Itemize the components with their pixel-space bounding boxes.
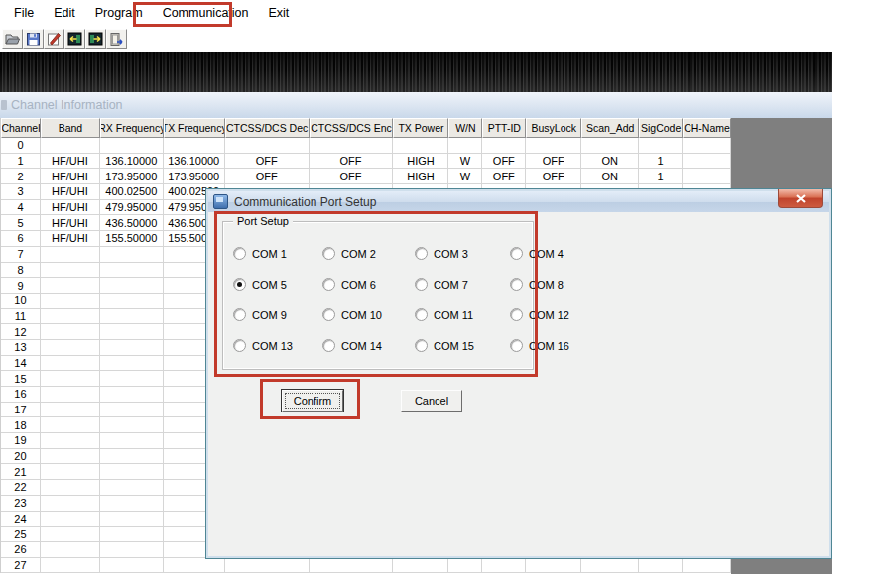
table-cell[interactable]: [41, 542, 100, 558]
table-cell[interactable]: [100, 278, 164, 294]
table-cell[interactable]: 16: [1, 387, 41, 403]
table-cell[interactable]: 155.50000: [100, 231, 164, 247]
table-cell[interactable]: [639, 138, 683, 154]
table-cell[interactable]: [100, 263, 164, 279]
table-cell[interactable]: ON: [581, 154, 639, 170]
table-cell[interactable]: [100, 309, 164, 325]
cancel-button[interactable]: Cancel: [401, 390, 462, 412]
table-cell[interactable]: 1: [639, 169, 683, 184]
table-cell[interactable]: 24: [1, 512, 41, 528]
table-cell[interactable]: 5: [1, 215, 41, 231]
table-cell[interactable]: [393, 558, 448, 574]
table-cell[interactable]: 26: [1, 542, 41, 558]
table-cell[interactable]: 7: [1, 247, 41, 263]
table-cell[interactable]: [41, 496, 100, 512]
table-cell[interactable]: [100, 138, 164, 154]
table-cell[interactable]: [100, 512, 164, 528]
table-cell[interactable]: [41, 417, 100, 433]
table-cell[interactable]: 0: [1, 138, 41, 154]
table-cell[interactable]: 27: [1, 558, 41, 574]
table-cell[interactable]: 11: [1, 309, 41, 325]
table-cell[interactable]: 400.02500: [100, 184, 164, 200]
table-cell[interactable]: 436.50000: [100, 215, 164, 231]
table-cell[interactable]: [100, 356, 164, 372]
table-cell[interactable]: [100, 371, 164, 387]
table-cell[interactable]: [581, 138, 639, 154]
table-cell[interactable]: [581, 558, 639, 574]
table-cell[interactable]: 8: [1, 263, 41, 279]
table-cell[interactable]: [100, 449, 164, 465]
table-cell[interactable]: [41, 278, 100, 294]
table-cell[interactable]: 479.95000: [100, 200, 164, 216]
menu-item-edit[interactable]: Edit: [44, 3, 85, 23]
table-cell[interactable]: OFF: [482, 154, 526, 170]
menu-item-exit[interactable]: Exit: [258, 3, 299, 23]
table-cell[interactable]: [100, 480, 164, 496]
table-cell[interactable]: 20: [1, 449, 41, 465]
table-cell[interactable]: 18: [1, 417, 41, 433]
edit-program-button[interactable]: [44, 29, 64, 49]
table-cell[interactable]: [100, 403, 164, 418]
table-cell[interactable]: OFF: [225, 169, 310, 184]
table-cell[interactable]: [41, 480, 100, 496]
table-cell[interactable]: 12: [1, 324, 41, 340]
table-cell[interactable]: [41, 371, 100, 387]
table-cell[interactable]: 4: [1, 200, 41, 216]
write-to-radio-button[interactable]: [85, 29, 106, 49]
table-cell[interactable]: [683, 138, 731, 154]
table-cell[interactable]: [683, 154, 731, 170]
read-from-radio-button[interactable]: [64, 29, 85, 49]
table-cell[interactable]: [100, 542, 164, 558]
table-cell[interactable]: [41, 512, 100, 528]
table-cell[interactable]: HF/UHI: [41, 200, 100, 216]
table-cell[interactable]: OFF: [225, 154, 310, 170]
table-cell[interactable]: [482, 138, 526, 154]
table-cell[interactable]: [100, 247, 164, 263]
save-button[interactable]: [23, 29, 44, 49]
open-button[interactable]: [2, 29, 23, 49]
table-cell[interactable]: W: [448, 169, 482, 184]
table-cell[interactable]: 173.95000: [100, 169, 164, 184]
table-cell[interactable]: 25: [1, 527, 41, 542]
table-cell[interactable]: [482, 558, 526, 574]
table-cell[interactable]: 17: [1, 403, 41, 418]
table-cell[interactable]: HIGH: [393, 169, 448, 184]
table-cell[interactable]: 3: [1, 184, 41, 200]
table-cell[interactable]: 23: [1, 496, 41, 512]
table-cell[interactable]: OFF: [526, 154, 581, 170]
table-cell[interactable]: [41, 294, 100, 309]
table-cell[interactable]: [164, 558, 225, 574]
table-cell[interactable]: [100, 340, 164, 356]
table-cell[interactable]: 10: [1, 294, 41, 309]
dialog-title-bar[interactable]: Communication Port Setup: [208, 191, 829, 212]
table-cell[interactable]: HIGH: [393, 154, 448, 170]
table-cell[interactable]: [41, 356, 100, 372]
table-cell[interactable]: [310, 558, 394, 574]
table-cell[interactable]: W: [448, 154, 482, 170]
table-cell[interactable]: ON: [581, 169, 639, 184]
table-cell[interactable]: 6: [1, 231, 41, 247]
table-cell[interactable]: 19: [1, 433, 41, 449]
table-cell[interactable]: HF/UHI: [41, 154, 100, 170]
table-cell[interactable]: [448, 558, 482, 574]
table-cell[interactable]: OFF: [482, 169, 526, 184]
table-cell[interactable]: [100, 417, 164, 433]
table-cell[interactable]: 136.10000: [164, 154, 225, 170]
table-cell[interactable]: [41, 309, 100, 325]
table-cell[interactable]: [683, 558, 731, 574]
table-cell[interactable]: HF/UHI: [41, 231, 100, 247]
table-cell[interactable]: [41, 263, 100, 279]
table-cell[interactable]: OFF: [526, 169, 581, 184]
table-cell[interactable]: [41, 324, 100, 340]
table-cell[interactable]: [448, 138, 482, 154]
table-cell[interactable]: [100, 433, 164, 449]
table-cell[interactable]: [41, 449, 100, 465]
table-cell[interactable]: [683, 169, 731, 184]
table-cell[interactable]: [100, 558, 164, 574]
table-cell[interactable]: [41, 527, 100, 542]
table-cell[interactable]: 13: [1, 340, 41, 356]
table-cell[interactable]: 1: [1, 154, 41, 170]
table-cell[interactable]: 15: [1, 371, 41, 387]
table-cell[interactable]: OFF: [310, 154, 394, 170]
table-cell[interactable]: HF/UHI: [41, 215, 100, 231]
